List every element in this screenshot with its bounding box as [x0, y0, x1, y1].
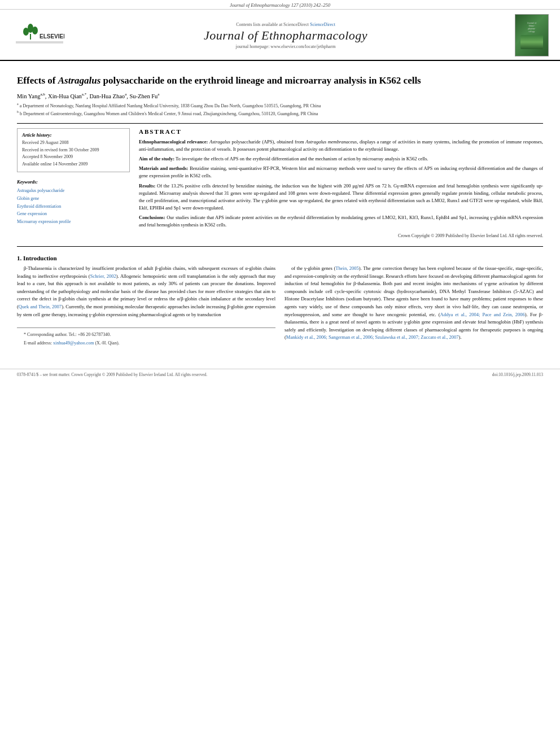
- keywords-label: Keywords:: [17, 178, 130, 186]
- divider-top: [17, 123, 543, 124]
- divider-mid: [17, 246, 543, 247]
- keyword-3[interactable]: Erythroid differentiation: [17, 203, 130, 211]
- intro-left-col: β-Thalassemia is characterized by insuff…: [17, 265, 275, 348]
- accepted-date: Accepted 8 November 2009: [22, 154, 125, 161]
- header-right: Journal ofEthno-pharma-cology: [504, 14, 549, 56]
- bottom-bar: 0378-8741/$ – see front matter. Crown Co…: [0, 369, 560, 380]
- online-date: Available online 14 November 2009: [22, 161, 125, 168]
- svg-text:ELSEVIER: ELSEVIER: [40, 33, 64, 40]
- journal-citation: Journal of Ethnopharmacology 127 (2010) …: [230, 2, 330, 8]
- keyword-4[interactable]: Gene expression: [17, 210, 130, 218]
- intro-right-para: of the γ-globin genes (Thein, 2005). The…: [285, 265, 543, 342]
- affiliation-a: a a Department of Neonatology, Nanfang H…: [17, 102, 543, 110]
- copyright-line: Crown Copyright © 2009 Published by Else…: [139, 233, 543, 239]
- article-title: Effects of Astragalus polysaccharide on …: [17, 75, 543, 88]
- abstract-results: Results: Of the 13.2% positive cells det…: [139, 182, 543, 212]
- main-content: Effects of Astragalus polysaccharide on …: [0, 61, 560, 360]
- article-history-box: Article history: Received 29 August 2008…: [17, 128, 130, 172]
- introduction-section: 1. Introduction β-Thalassemia is charact…: [17, 255, 543, 348]
- left-column: Article history: Received 29 August 2008…: [17, 128, 130, 239]
- journal-thumbnail: Journal ofEthno-pharma-cology: [515, 14, 549, 56]
- keyword-1[interactable]: Astragalus polysaccharide: [17, 187, 130, 195]
- affiliation-b: b b Department of Gastroenterology, Guan…: [17, 110, 543, 117]
- ref-addya[interactable]: Addya et al., 2004; Pace and Zein, 2006: [440, 312, 525, 317]
- article-history-label: Article history:: [22, 132, 125, 138]
- footnote-corresponding: * Corresponding author. Tel.: +86 20 627…: [17, 331, 275, 339]
- keyword-5[interactable]: Microarray expression profile: [17, 218, 130, 226]
- header-section: ELSEVIER Contents lists available at Sci…: [0, 10, 560, 61]
- abstract-conclusions: Conclusions: Our studies indicate that A…: [139, 214, 543, 229]
- bottom-copyright: 0378-8741/$ – see front matter. Crown Co…: [17, 372, 207, 377]
- intro-title: Introduction: [23, 255, 57, 261]
- footnote-email: E-mail address: xinhua49@yahoo.com (X.-H…: [17, 340, 275, 347]
- ref-mankidy[interactable]: Mankidy et al., 2006; Sangerman et al., …: [286, 334, 459, 340]
- email-link[interactable]: xinhua49@yahoo.com: [53, 340, 94, 346]
- intro-right-col: of the γ-globin genes (Thein, 2005). The…: [285, 265, 543, 348]
- abstract-title: ABSTRACT: [139, 128, 543, 135]
- keyword-2[interactable]: Globin gene: [17, 195, 130, 203]
- ref-thein[interactable]: Thein, 2005: [335, 265, 359, 271]
- elsevier-logo-icon: ELSEVIER: [15, 21, 64, 50]
- ref-schrier[interactable]: Schrier, 2002: [90, 273, 116, 279]
- elsevier-logo-area: ELSEVIER: [11, 21, 68, 50]
- revised-date: Received in revised form 30 October 2009: [22, 147, 125, 154]
- header-center: Contents lists available at ScienceDirec…: [68, 22, 504, 49]
- intro-left-para: β-Thalassemia is characterized by insuff…: [17, 265, 275, 318]
- affiliations: a a Department of Neonatology, Nanfang H…: [17, 102, 543, 117]
- sciencedirect-text: Contents lists available at ScienceDirec…: [68, 22, 504, 27]
- journal-homepage: journal homepage: www.elsevier.com/locat…: [68, 44, 504, 49]
- italic-genus: Astragalus: [58, 75, 101, 86]
- abstract-materials: Materials and methods: Benzidine stainin…: [139, 165, 543, 180]
- intro-number: 1.: [17, 255, 21, 261]
- received-date: Received 29 August 2008: [22, 139, 125, 147]
- svg-rect-4: [30, 34, 31, 40]
- authors-line: Min Yanga,b, Xin-Hua Qiana,*, Dan-Hua Zh…: [17, 92, 543, 99]
- bottom-doi: doi:10.1016/j.jep.2009.11.013: [492, 372, 543, 377]
- keywords-box: Keywords: Astragalus polysaccharide Glob…: [17, 178, 130, 225]
- sciencedirect-link[interactable]: ScienceDirect: [310, 22, 335, 27]
- article-info-abstract-row: Article history: Received 29 August 2008…: [17, 128, 543, 239]
- abstract-aim: Aim of the study: To investigate the eff…: [139, 155, 543, 163]
- svg-point-3: [32, 27, 38, 34]
- intro-heading: 1. Introduction: [17, 255, 543, 261]
- abstract-column: ABSTRACT Ethnopharmacological relevance:…: [139, 128, 543, 239]
- abstract-text: Ethnopharmacological relevance: Astragal…: [139, 138, 543, 239]
- journal-title: Journal of Ethnopharmacology: [68, 28, 504, 43]
- footnotes-section: * Corresponding author. Tel.: +86 20 627…: [17, 327, 275, 347]
- ref-quek[interactable]: Quek and Thein, 2007: [19, 304, 62, 309]
- journal-bar: Journal of Ethnopharmacology 127 (2010) …: [0, 0, 560, 10]
- abstract-ethnopharmacological: Ethnopharmacological relevance: Astragal…: [139, 138, 543, 153]
- intro-body: β-Thalassemia is characterized by insuff…: [17, 265, 543, 348]
